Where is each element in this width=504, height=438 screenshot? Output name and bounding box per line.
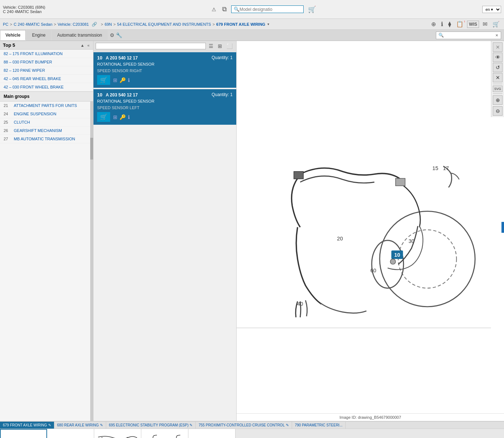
svg-text:60: 60 xyxy=(370,268,376,273)
diagram-cross-btn[interactable]: ✕ xyxy=(493,73,503,82)
top5-item-1[interactable]: 88 – 030 FRONT BUMPER xyxy=(0,58,93,66)
breadcrumb-679[interactable]: 679 FRONT AXLE WIRING xyxy=(216,22,265,26)
main-content: Top 5 ▲ « 82 – 175 FRONT ILLUMINATION 88… xyxy=(0,41,504,421)
group-item-27[interactable]: 27 MB AUTOMATIC TRANSMISSION xyxy=(0,135,90,143)
thumb-tab-2[interactable]: 695 ELECTRONIC STABILITY PROGRAM (ESP) ✎ xyxy=(106,422,196,429)
thumb-tab-0[interactable]: 679 FRONT AXLE WIRING ✎ xyxy=(0,422,54,429)
top5-item-2[interactable]: 82 – 120 PANE WIPER xyxy=(0,66,93,75)
breadcrumb-vehicle-link-icon[interactable]: 🔗 xyxy=(90,21,99,28)
top-bar: Vehicle: C203081 (69N) C 240 4MATIC Seda… xyxy=(0,0,504,19)
zoom-in-button[interactable]: ⊕ xyxy=(430,20,437,28)
parts-filter-input[interactable] xyxy=(96,43,206,49)
model-search-box: 🔍 xyxy=(231,5,304,13)
left-panel-scrollbar[interactable] xyxy=(90,102,93,421)
svg-rect-20 xyxy=(47,429,94,438)
part-item-1[interactable]: 10 A 203 540 12 17 Quantity: 1 ROTATIONA… xyxy=(93,89,236,125)
tab-icon-2[interactable]: 🔧 xyxy=(116,32,122,38)
top5-item-0[interactable]: 82 – 175 FRONT ILLUMINATION xyxy=(0,50,93,58)
top5-item-4[interactable]: 42 – 030 FRONT WHEEL BRAKE xyxy=(0,83,93,91)
part-item-0-qty-val: 1 xyxy=(230,55,233,60)
thumb-img-0[interactable] xyxy=(0,429,47,438)
part-item-0-info-icon[interactable]: ℹ xyxy=(128,77,130,83)
breadcrumb-54-elec[interactable]: 54 ELECTRICAL EQUIPMENT AND INSTRUMENTS xyxy=(117,22,211,26)
tab-icon-1[interactable]: ⚙ xyxy=(110,32,114,38)
top5-item-3[interactable]: 42 – 045 REAR WHEEL BRAKE xyxy=(0,75,93,83)
thumb-tab-4[interactable]: 790 PARAMETRIC STEERI... xyxy=(292,422,346,429)
tabs-row: Vehicle Engine Automatic transmission ⚙ … xyxy=(0,30,504,41)
part-item-1-cart-btn[interactable]: 🛒 xyxy=(97,112,110,122)
part-item-0-header: 10 A 203 540 12 17 Quantity: 1 xyxy=(97,55,233,61)
group-item-26[interactable]: 26 GEARSHIFT MECHANISM xyxy=(0,127,90,135)
top5-label: Top 5 xyxy=(3,42,15,48)
breadcrumb-pc[interactable]: PC xyxy=(3,22,8,26)
tab-search-clear[interactable]: ✕ xyxy=(494,33,500,38)
thumb-tab-1-edit-icon[interactable]: ✎ xyxy=(100,423,103,427)
breadcrumb-dropdown-icon[interactable]: ▾ xyxy=(266,21,271,27)
diagram-eye-btn[interactable]: 👁 xyxy=(493,53,503,62)
model-search-icon[interactable]: 🔍 xyxy=(234,7,239,12)
part-item-0-icons: ⊞ 🔑 ℹ xyxy=(113,77,130,83)
copy-icon[interactable]: ⧉ xyxy=(221,5,228,14)
mail-button[interactable]: ✉ xyxy=(481,20,489,28)
groups-container: 21 ATTACHMENT PARTS FOR UNITS 24 ENGINE … xyxy=(0,102,93,421)
groups-list: 21 ATTACHMENT PARTS FOR UNITS 24 ENGINE … xyxy=(0,102,90,421)
diagram-svg-btn[interactable]: SVG xyxy=(493,86,503,92)
group-item-24[interactable]: 24 ENGINE SUSPENSION xyxy=(0,110,90,118)
thumb-tab-3[interactable]: 755 PROXIMITY-CONTROLLED CRUISE CONTROL … xyxy=(196,422,292,429)
diagram-zoom-out-btn[interactable]: ⊖ xyxy=(493,106,503,116)
group-item-21[interactable]: 21 ATTACHMENT PARTS FOR UNITS xyxy=(0,102,90,110)
thumb-img-3[interactable] xyxy=(141,429,188,438)
diagram-tools: ✕ 👁 ↺ ✕ SVG ⊕ ⊖ xyxy=(491,41,504,117)
parts-grid-view[interactable]: ⊞ xyxy=(216,42,224,50)
doc-button[interactable]: 📋! xyxy=(455,20,465,28)
part-item-0-number: A 203 540 12 17 xyxy=(106,55,138,61)
part-item-0-key-icon[interactable]: 🔑 xyxy=(120,77,126,83)
tab-automatic-transmission[interactable]: Automatic transmission xyxy=(52,30,108,40)
thumb-img-2[interactable] xyxy=(94,429,141,438)
filter-button[interactable]: ⧫ xyxy=(447,20,453,28)
vehicle-info: Vehicle: C203081 (69N) C 240 4MATIC Seda… xyxy=(3,5,45,14)
vehicle-id: Vehicle: C203081 (69N) xyxy=(3,5,45,9)
part-item-1-qty-label: Quantity: xyxy=(212,92,229,97)
parts-expand-view[interactable]: ⬜ xyxy=(225,42,234,50)
top5-collapse-up[interactable]: ▲ xyxy=(80,43,85,47)
part-item-0[interactable]: 10 A 203 540 12 17 Quantity: 1 ROTATIONA… xyxy=(93,52,236,88)
diagram-zoom-in-btn[interactable]: ⊕ xyxy=(493,95,503,105)
part-item-1-table-icon[interactable]: ⊞ xyxy=(113,114,117,120)
top5-collapse-left[interactable]: « xyxy=(87,43,90,47)
tab-search-input[interactable] xyxy=(444,33,494,37)
image-id-text: Image ID: drawing_B54679000007 xyxy=(340,415,401,420)
part-item-1-info-icon[interactable]: ℹ xyxy=(128,114,130,120)
tab-vehicle[interactable]: Vehicle xyxy=(0,30,26,40)
thumb-img-4[interactable] xyxy=(188,429,236,438)
diagram-close-btn[interactable]: ✕ xyxy=(493,42,503,52)
thumb-tab-1[interactable]: 680 REAR AXLE WIRING ✎ xyxy=(54,422,106,429)
tab-search-icon[interactable]: 🔍 xyxy=(438,33,444,38)
svg-text:20: 20 xyxy=(337,236,343,241)
thumb-tab-2-edit-icon[interactable]: ✎ xyxy=(189,423,192,427)
thumb-tab-0-edit-icon[interactable]: ✎ xyxy=(48,423,51,427)
wis-button[interactable]: WIS xyxy=(467,21,479,28)
breadcrumb-vehicle[interactable]: Vehicle: C203081 xyxy=(58,22,89,26)
model-search-input[interactable] xyxy=(239,7,297,12)
svg-rect-27 xyxy=(188,429,235,438)
part-item-1-key-icon[interactable]: 🔑 xyxy=(120,114,126,120)
breadcrumb-69n[interactable]: 69N xyxy=(105,22,112,26)
group-item-25[interactable]: 25 CLUTCH xyxy=(0,118,90,127)
part-item-0-table-icon[interactable]: ⊞ xyxy=(113,77,117,83)
thumb-tab-3-edit-icon[interactable]: ✎ xyxy=(286,423,289,427)
language-select[interactable]: en ▾ de fr xyxy=(482,6,501,13)
tab-engine[interactable]: Engine xyxy=(26,30,51,40)
part-item-0-cart-btn[interactable]: 🛒 xyxy=(97,75,110,85)
part-item-1-qty-val: 1 xyxy=(230,92,233,97)
scroll-thumb[interactable] xyxy=(90,138,93,160)
thumb-img-1[interactable] xyxy=(47,429,94,438)
cart-icon[interactable]: 🛒 xyxy=(307,5,317,14)
info-button[interactable]: ℹ xyxy=(440,20,445,28)
warning-icon[interactable]: ⚠ xyxy=(210,6,218,13)
part-item-1-pos: 10 xyxy=(97,92,102,98)
cart-top-button[interactable]: 🛒 xyxy=(491,20,501,28)
breadcrumb-c240[interactable]: C 240 4MATIC Sedan xyxy=(14,22,53,26)
parts-list-view[interactable]: ☰ xyxy=(207,42,215,50)
diagram-rotate-btn[interactable]: ↺ xyxy=(493,63,503,72)
